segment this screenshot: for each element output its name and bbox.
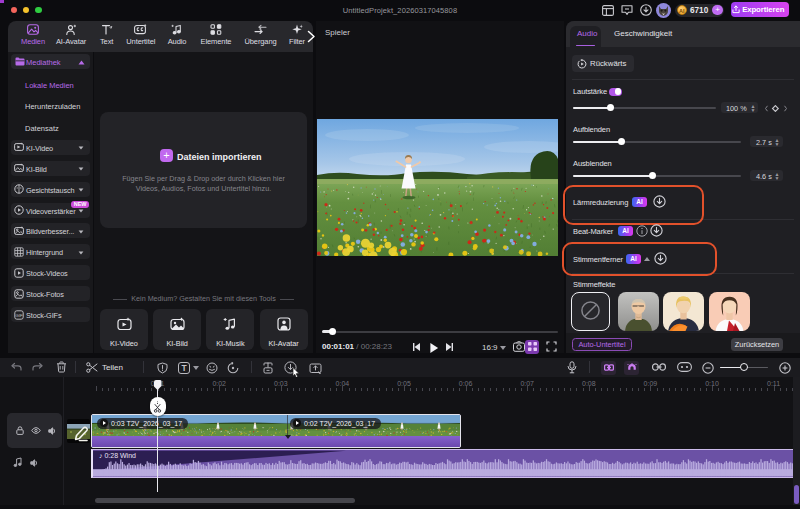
svg-text:GIF: GIF [16, 313, 23, 318]
